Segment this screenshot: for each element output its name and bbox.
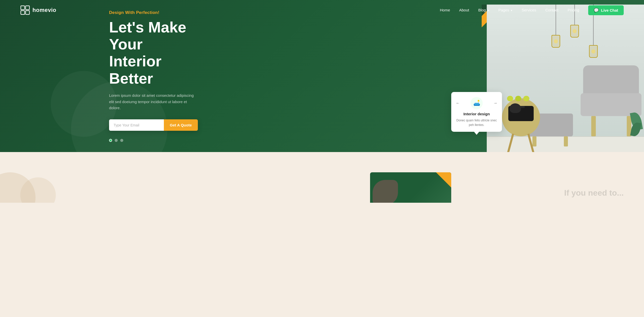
nav-link-contact[interactable]: Contact	[545, 8, 559, 12]
lamp-shade-2	[570, 25, 579, 38]
slider-dot-2[interactable]	[115, 139, 118, 142]
ottoman-leg-left	[532, 136, 536, 146]
card-icon: 🛋️	[471, 97, 483, 109]
email-input[interactable]	[109, 119, 164, 131]
interior-scene	[487, 5, 644, 152]
hero-description: Lorem ipsum dolor sit amet consectetur a…	[109, 92, 198, 111]
hero-image-area: ← 🛋️ → Interior design Donec quam felis …	[482, 0, 644, 152]
logo-icon	[20, 5, 30, 15]
apple-2	[515, 96, 521, 101]
apple-3	[523, 96, 529, 101]
brand-name: homevio	[32, 7, 56, 13]
kettle-spout	[520, 106, 525, 108]
nav-item-contact[interactable]: Contact	[545, 8, 559, 12]
nav-item-services[interactable]: Services	[521, 8, 536, 12]
logo[interactable]: homevio	[20, 5, 56, 15]
card-title: Interior design	[456, 112, 497, 116]
nav-link-services[interactable]: Services	[521, 8, 536, 12]
bottom-title-area: If you need to...	[564, 188, 624, 198]
bottom-image-corner	[436, 172, 451, 188]
svg-rect-2	[21, 11, 25, 14]
plant-container	[631, 112, 641, 136]
live-chat-button[interactable]: 💬 Live Chat	[588, 5, 624, 15]
nav-item-about[interactable]: About	[459, 8, 469, 12]
chair-leg-left	[591, 116, 596, 136]
lamp-shade-1	[551, 35, 560, 48]
apple-1	[507, 96, 513, 101]
pages-dropdown-arrow: ▾	[511, 9, 512, 12]
plant-leaf-2	[630, 122, 641, 137]
card-notch	[474, 132, 479, 135]
svg-rect-0	[21, 6, 25, 10]
svg-rect-1	[26, 6, 29, 10]
chat-bubble-icon: 💬	[594, 8, 599, 13]
nav-link-pricing[interactable]: Pricing	[568, 8, 579, 12]
ottoman-leg-right	[564, 136, 568, 146]
bottom-image-card	[370, 172, 451, 203]
hero-section: Design With Perfection! Let's Make Your …	[0, 0, 644, 152]
slider-dots	[109, 139, 198, 142]
interior-design-card: ← 🛋️ → Interior design Donec quam felis …	[451, 92, 502, 132]
svg-rect-3	[26, 11, 29, 14]
nav-link-pages[interactable]: Pages ▾	[498, 8, 513, 12]
hero-content: Design With Perfection! Let's Make Your …	[0, 10, 198, 142]
nav-links: Home About Blog ▾ Pages ▾ Services Conta…	[440, 5, 624, 15]
card-description: Donec quam felis ultricie snec peh llent…	[456, 118, 497, 127]
nav-item-home[interactable]: Home	[440, 8, 450, 12]
table-top	[502, 98, 540, 136]
nav-item-blog[interactable]: Blog ▾	[478, 8, 489, 12]
nav-item-livechat[interactable]: 💬 Live Chat	[588, 5, 624, 15]
get-quote-button[interactable]: Get A Quote	[164, 119, 198, 131]
slider-dot-1[interactable]	[109, 139, 112, 142]
hero-interior-image	[487, 5, 644, 152]
blog-dropdown-arrow: ▾	[488, 9, 489, 12]
card-next-arrow[interactable]: →	[493, 101, 497, 105]
below-hero-section: If you need to...	[0, 152, 644, 203]
side-table-container	[502, 98, 540, 136]
slider-dot-3[interactable]	[120, 139, 123, 142]
nav-link-home[interactable]: Home	[440, 8, 450, 12]
kettle	[510, 103, 521, 113]
card-prev-arrow[interactable]: ←	[456, 101, 460, 105]
bottom-section-title: If you need to...	[564, 188, 624, 198]
lamp-shade-3	[589, 45, 598, 58]
navbar: homevio Home About Blog ▾ Pages ▾ Servic…	[0, 0, 644, 20]
hero-title: Let's Make Your Interior Better	[109, 19, 198, 87]
card-navigation: ← 🛋️ →	[456, 97, 497, 109]
nav-item-pages[interactable]: Pages ▾	[498, 8, 513, 12]
nav-item-pricing[interactable]: Pricing	[568, 8, 579, 12]
flower-decoration	[373, 180, 398, 203]
nav-link-blog[interactable]: Blog ▾	[478, 8, 489, 12]
hero-email-form: Get A Quote	[109, 119, 198, 131]
nav-link-about[interactable]: About	[459, 8, 469, 12]
